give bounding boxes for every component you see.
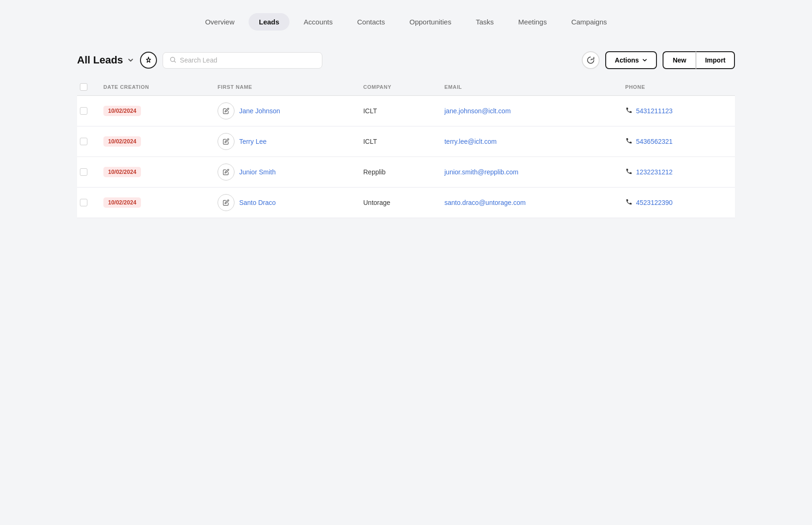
nav-item-tasks[interactable]: Tasks — [465, 13, 504, 31]
row-name-cell: Terry Lee — [210, 126, 356, 157]
row-date: 10/02/2024 — [96, 157, 210, 188]
new-button[interactable]: New — [663, 51, 696, 69]
table-row: 10/02/2024 Santo Draco Untorage santo.dr… — [77, 188, 735, 218]
select-all-checkbox[interactable] — [80, 83, 87, 91]
date-badge: 10/02/2024 — [103, 197, 141, 208]
row-checkbox[interactable] — [80, 138, 87, 145]
row-phone: 5431211123 — [618, 96, 735, 126]
leads-table: DATE CREATION FIRST NAME COMPANY EMAIL P… — [77, 78, 735, 218]
table-row: 10/02/2024 Jane Johnson ICLT jane.johnso… — [77, 96, 735, 126]
nav-item-leads[interactable]: Leads — [249, 13, 289, 31]
row-checkbox[interactable] — [80, 199, 87, 206]
lead-name[interactable]: Junior Smith — [239, 168, 276, 176]
edit-icon-button[interactable] — [218, 133, 234, 150]
row-checkbox-cell — [77, 96, 96, 126]
nav-item-opportunities[interactable]: Opportunities — [399, 13, 461, 31]
header-email: EMAIL — [437, 78, 618, 96]
all-leads-button[interactable]: All Leads — [77, 54, 134, 66]
row-date: 10/02/2024 — [96, 96, 210, 126]
row-name-cell: Santo Draco — [210, 188, 356, 218]
row-company: Untorage — [356, 188, 437, 218]
header-phone: PHONE — [618, 78, 735, 96]
row-phone: 1232231212 — [618, 157, 735, 188]
row-email: jane.johnson@iclt.com — [437, 96, 618, 126]
header-first-name: FIRST NAME — [210, 78, 356, 96]
top-navigation: OverviewLeadsAccountsContactsOpportuniti… — [0, 0, 812, 40]
main-content: All Leads — [58, 40, 754, 229]
toolbar: All Leads — [77, 51, 735, 69]
row-checkbox-cell — [77, 126, 96, 157]
email-link[interactable]: terry.lee@iclt.com — [445, 138, 497, 145]
table-row: 10/02/2024 Junior Smith Repplib junior.s… — [77, 157, 735, 188]
nav-item-campaigns[interactable]: Campaigns — [561, 13, 617, 31]
all-leads-label: All Leads — [77, 54, 123, 66]
phone-icon — [625, 107, 632, 115]
edit-icon-button[interactable] — [218, 164, 234, 180]
nav-item-accounts[interactable]: Accounts — [293, 13, 343, 31]
row-name-cell: Junior Smith — [210, 157, 356, 188]
phone-icon — [625, 198, 632, 207]
pin-button[interactable] — [140, 52, 157, 69]
row-name-cell: Jane Johnson — [210, 96, 356, 126]
phone-number[interactable]: 4523122390 — [636, 199, 673, 206]
search-box — [163, 52, 322, 69]
new-import-group: New Import — [663, 51, 735, 69]
phone-number[interactable]: 5431211123 — [636, 107, 673, 115]
lead-name[interactable]: Terry Lee — [239, 138, 266, 145]
nav-item-contacts[interactable]: Contacts — [347, 13, 395, 31]
row-email: terry.lee@iclt.com — [437, 126, 618, 157]
row-date: 10/02/2024 — [96, 126, 210, 157]
row-email: santo.draco@untorage.com — [437, 188, 618, 218]
chart-button[interactable] — [582, 51, 600, 69]
row-checkbox-cell — [77, 157, 96, 188]
header-date-creation: DATE CREATION — [96, 78, 210, 96]
phone-number[interactable]: 5436562321 — [636, 138, 673, 145]
phone-number[interactable]: 1232231212 — [636, 168, 673, 176]
date-badge: 10/02/2024 — [103, 167, 141, 177]
lead-name[interactable]: Jane Johnson — [239, 107, 280, 115]
row-date: 10/02/2024 — [96, 188, 210, 218]
phone-icon — [625, 168, 632, 176]
phone-icon — [625, 137, 632, 146]
edit-icon-button[interactable] — [218, 194, 234, 211]
row-checkbox[interactable] — [80, 107, 87, 115]
row-company: Repplib — [356, 157, 437, 188]
table-header: DATE CREATION FIRST NAME COMPANY EMAIL P… — [77, 78, 735, 96]
nav-item-overview[interactable]: Overview — [195, 13, 245, 31]
row-checkbox-cell — [77, 188, 96, 218]
date-badge: 10/02/2024 — [103, 106, 141, 116]
nav-item-meetings[interactable]: Meetings — [508, 13, 557, 31]
header-checkbox-cell — [77, 78, 96, 96]
email-link[interactable]: junior.smith@repplib.com — [445, 168, 518, 176]
table-body: 10/02/2024 Jane Johnson ICLT jane.johnso… — [77, 96, 735, 218]
row-checkbox[interactable] — [80, 168, 87, 176]
table-row: 10/02/2024 Terry Lee ICLT terry.lee@iclt… — [77, 126, 735, 157]
actions-label: Actions — [615, 56, 639, 64]
lead-name[interactable]: Santo Draco — [239, 199, 276, 206]
row-phone: 4523122390 — [618, 188, 735, 218]
search-icon — [170, 56, 176, 64]
chevron-down-icon — [127, 56, 134, 64]
actions-button[interactable]: Actions — [605, 51, 656, 69]
header-company: COMPANY — [356, 78, 437, 96]
import-button[interactable]: Import — [696, 51, 735, 69]
row-company: ICLT — [356, 96, 437, 126]
search-input[interactable] — [180, 56, 315, 64]
email-link[interactable]: jane.johnson@iclt.com — [445, 107, 511, 115]
edit-icon-button[interactable] — [218, 102, 234, 119]
row-company: ICLT — [356, 126, 437, 157]
email-link[interactable]: santo.draco@untorage.com — [445, 199, 526, 206]
row-phone: 5436562321 — [618, 126, 735, 157]
date-badge: 10/02/2024 — [103, 136, 141, 147]
row-email: junior.smith@repplib.com — [437, 157, 618, 188]
